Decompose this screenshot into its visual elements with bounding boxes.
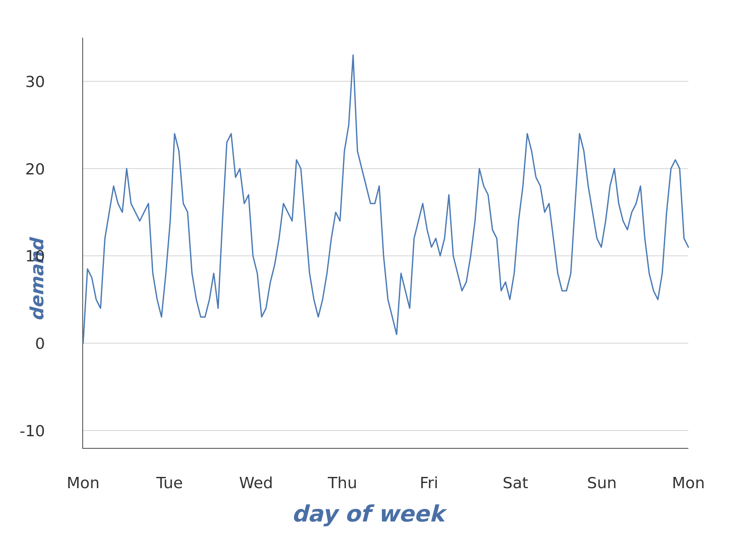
x-axis-label: day of week [292, 501, 444, 527]
y-tick-label: 0 [35, 334, 45, 352]
y-tick-label: 10 [25, 247, 45, 265]
x-tick-label: Tue [156, 474, 183, 492]
x-tick-label: Mon [67, 474, 100, 492]
chart-area: -100102030 MonTueWedThuFriSatSunMon [82, 38, 688, 449]
x-tick-label: Mon [672, 474, 705, 492]
y-tick-label: 20 [25, 160, 45, 177]
x-tick-label: Sat [503, 474, 528, 492]
chart-container: demand -100102030 MonTueWedThuFriSatSunM… [30, 25, 706, 535]
y-tick-label: -10 [19, 422, 45, 439]
x-tick-label: Wed [239, 474, 273, 492]
demand-line-chart [83, 38, 688, 448]
y-tick-label: 30 [25, 72, 45, 90]
x-tick-label: Sun [587, 474, 617, 492]
x-tick-label: Fri [420, 474, 438, 492]
x-tick-label: Thu [328, 474, 357, 492]
